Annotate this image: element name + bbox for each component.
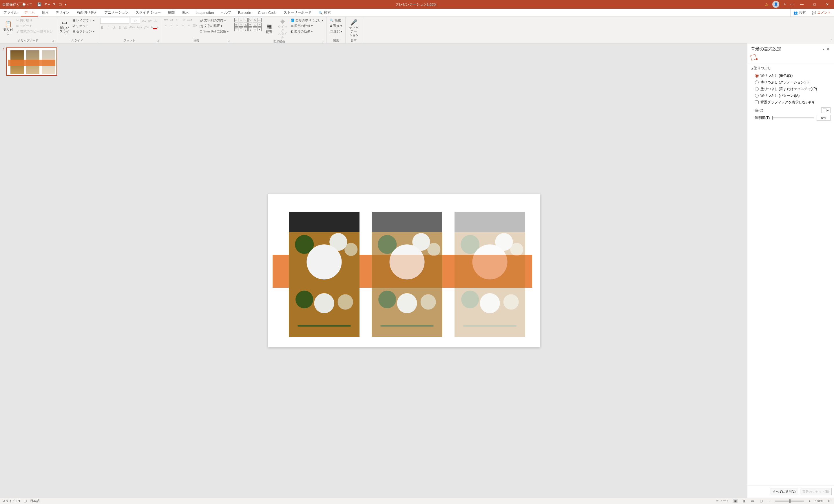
bold-button[interactable]: B (100, 26, 104, 29)
fill-picture-radio[interactable] (755, 87, 759, 91)
fill-picture-option[interactable]: 塗りつぶし (図またはテクスチャ)(P) (751, 86, 831, 92)
layout-button[interactable]: ▦レイアウト ▾ (72, 18, 95, 23)
italic-button[interactable]: I (106, 26, 110, 29)
line-spacing-button[interactable]: ‡≡▾ (187, 18, 193, 22)
account-icon[interactable]: 👤 (772, 1, 779, 8)
distribute-button[interactable]: ≡ (187, 24, 191, 27)
close-button[interactable]: ✕ (823, 2, 832, 6)
fill-pattern-option[interactable]: 塗りつぶし (パターン)(A) (751, 92, 831, 99)
save-icon[interactable]: 💾 (37, 2, 41, 6)
fit-to-window-icon[interactable]: ⊕ (827, 499, 832, 503)
columns-button[interactable]: ▥▾ (193, 23, 197, 27)
slideshow-view-icon[interactable]: ▢ (759, 499, 764, 503)
new-slide-button[interactable]: ▭ 新しい スライド (59, 18, 70, 38)
font-size-input[interactable] (131, 18, 140, 24)
indent-decrease-button[interactable]: ⇤ (176, 18, 180, 22)
collapse-ribbon-icon[interactable]: ⌃ (830, 39, 832, 42)
smartart-button[interactable]: ⬡SmartArt に変換 ▾ (199, 29, 229, 34)
tab-view[interactable]: 表示 (178, 9, 192, 17)
change-case-button[interactable]: Aa▾ (137, 25, 142, 29)
reset-button[interactable]: ↺リセット (72, 23, 95, 28)
tab-animations[interactable]: アニメーション (101, 9, 132, 17)
comments-button[interactable]: 💬 コメント (809, 9, 834, 17)
section-button[interactable]: ▤セクション ▾ (72, 29, 95, 34)
transparency-slider[interactable] (772, 117, 814, 118)
tab-storyboard[interactable]: ストーリーボード (280, 9, 315, 17)
char-spacing-button[interactable]: AV▾ (129, 25, 135, 29)
increase-font-icon[interactable]: A▴ (142, 19, 146, 23)
slide-canvas-area[interactable] (61, 43, 747, 498)
align-text-button[interactable]: [‡]文字の配置 ▾ (199, 23, 229, 28)
tab-barcode[interactable]: Barcode (235, 9, 255, 17)
slide-thumbnail-1[interactable] (6, 47, 57, 76)
tab-slideshow[interactable]: スライド ショー (132, 9, 164, 17)
slide[interactable] (268, 194, 540, 347)
copy-button[interactable]: ⧉コピー ▾ (16, 23, 53, 28)
tab-insert[interactable]: 挿入 (38, 9, 52, 17)
zoom-level[interactable]: 101% (815, 499, 823, 503)
autosave-toggle[interactable]: 自動保存 オフ (2, 2, 32, 7)
select-button[interactable]: ⬚選択 ▾ (329, 29, 343, 34)
slide-image-1[interactable] (289, 212, 359, 337)
tab-design[interactable]: デザイン (52, 9, 73, 17)
ribbon-display-icon[interactable]: ▭ (790, 2, 793, 6)
share-button[interactable]: 👥 共有 (790, 9, 809, 17)
reading-view-icon[interactable]: ▭ (750, 499, 755, 503)
shapes-gallery[interactable]: ▭▭＼＼↳▭ ▭○△⇨⬡⇨ ⌒⌒}{☆▾ (234, 18, 262, 39)
dictate-button[interactable]: 🎤ディクテー ション (348, 18, 359, 38)
clipboard-launcher-icon[interactable]: ◿ (51, 40, 53, 43)
language-indicator[interactable]: 日本語 (30, 499, 40, 503)
tell-me-search[interactable]: 🔍 検索 (315, 9, 334, 17)
arrange-button[interactable]: ▦配置 (263, 18, 275, 39)
bullets-button[interactable]: ≣▾ (164, 18, 168, 22)
tab-charscode[interactable]: Chars Code (255, 9, 280, 17)
zoom-in-button[interactable]: + (807, 499, 811, 503)
color-picker-button[interactable]: ▾ (821, 108, 831, 113)
decrease-font-icon[interactable]: A▾ (148, 19, 152, 23)
coming-soon-icon[interactable]: ✧ (783, 2, 786, 6)
fill-gradient-option[interactable]: 塗りつぶし (グラデーション)(G) (751, 79, 831, 86)
pane-close-icon[interactable]: ✕ (825, 47, 831, 51)
tab-leapmotion[interactable]: Leapmotion (192, 9, 217, 17)
notes-button[interactable]: ≐ ノート (716, 499, 729, 503)
slide-image-3[interactable] (455, 212, 525, 337)
quick-styles-button[interactable]: ◆クイック スタイル (277, 18, 288, 39)
align-left-button[interactable]: ≡ (164, 24, 168, 27)
align-center-button[interactable]: ≡ (170, 24, 174, 27)
spell-check-icon[interactable]: ▢ (24, 499, 27, 503)
zoom-slider[interactable] (775, 501, 804, 502)
fill-gradient-radio[interactable] (755, 81, 759, 84)
fill-pattern-radio[interactable] (755, 94, 759, 97)
find-button[interactable]: 🔍検索 (329, 18, 343, 23)
justify-button[interactable]: ≡ (181, 24, 185, 27)
fill-tab-icon[interactable] (750, 54, 756, 61)
hide-bg-option[interactable]: 背景グラフィックを表示しない(H) (751, 99, 831, 106)
tab-file[interactable]: ファイル (0, 9, 21, 17)
align-right-button[interactable]: ≡ (175, 24, 179, 27)
clear-format-icon[interactable]: A̶ (154, 19, 158, 23)
text-direction-button[interactable]: ↕A文字列の方向 ▾ (199, 18, 229, 23)
apply-all-button[interactable]: すべてに適用(L) (770, 488, 798, 495)
fill-section-header[interactable]: 塗りつぶし (751, 66, 831, 71)
tab-home[interactable]: ホーム (21, 9, 38, 17)
minimize-button[interactable]: ― (797, 2, 806, 6)
format-painter-button[interactable]: 🖌書式のコピー/貼り付け (16, 29, 53, 34)
strike-button[interactable]: S (117, 26, 122, 29)
tab-review[interactable]: 校閲 (164, 9, 178, 17)
tab-transitions[interactable]: 画面切り替え (73, 9, 101, 17)
shape-outline-button[interactable]: ▭図形の枠線 ▾ (290, 23, 324, 28)
slide-sorter-view-icon[interactable]: ▦ (741, 499, 747, 503)
normal-view-icon[interactable]: ▣ (732, 499, 738, 503)
paste-button[interactable]: 📋 貼り付け (2, 18, 14, 38)
tab-help[interactable]: ヘルプ (217, 9, 235, 17)
transparency-value[interactable]: 0% (817, 115, 831, 121)
paragraph-launcher-icon[interactable]: ◿ (227, 40, 229, 43)
font-family-input[interactable] (100, 18, 129, 24)
zoom-out-button[interactable]: − (767, 499, 771, 503)
fill-solid-option[interactable]: 塗りつぶし (単色)(S) (751, 72, 831, 79)
shape-effects-button[interactable]: ◐図形の効果 ▾ (290, 29, 324, 34)
shape-fill-button[interactable]: 🪣図形の塗りつぶし ▾ (290, 18, 324, 23)
redo-icon[interactable]: ↷ (53, 2, 56, 6)
undo-icon[interactable]: ↶ ▾ (44, 2, 50, 6)
drawing-launcher-icon[interactable]: ◿ (322, 41, 324, 43)
